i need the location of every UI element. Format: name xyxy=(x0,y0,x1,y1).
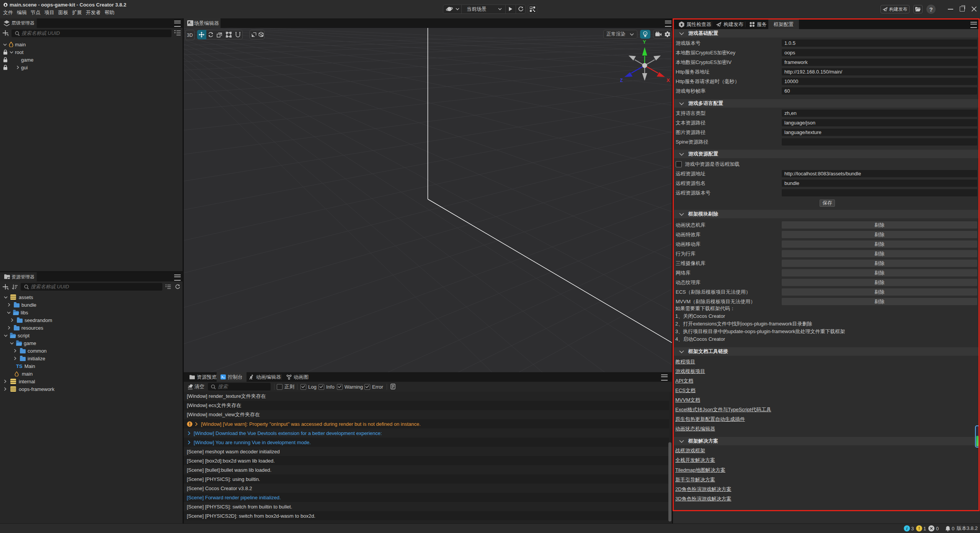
svg-text:Z: Z xyxy=(620,77,623,83)
svg-text:X: X xyxy=(666,77,670,83)
svg-text:Y: Y xyxy=(643,39,646,45)
